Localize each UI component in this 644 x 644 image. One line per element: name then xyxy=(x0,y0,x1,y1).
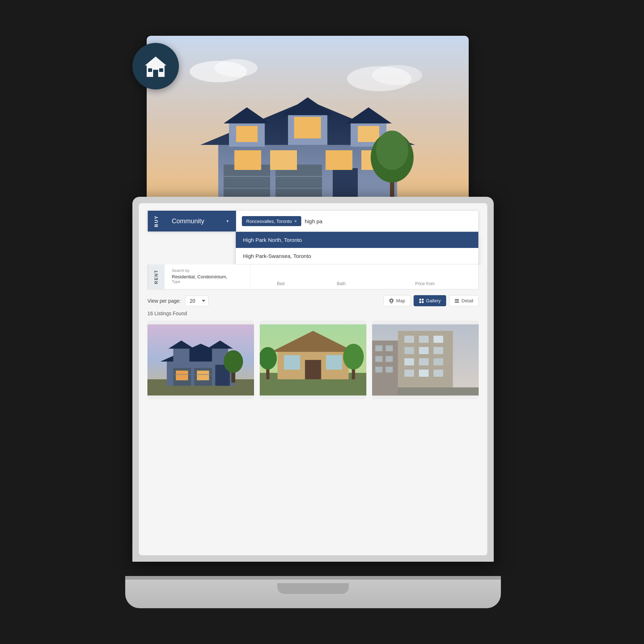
home-badge[interactable] xyxy=(132,43,179,89)
view-controls: View per page: 20 10 50 100 xyxy=(147,289,479,311)
buy-tab[interactable]: BUY xyxy=(148,211,165,231)
svg-rect-1 xyxy=(148,68,152,72)
svg-point-7 xyxy=(372,65,422,85)
svg-rect-71 xyxy=(434,347,443,354)
svg-point-63 xyxy=(343,344,364,370)
search-suggestions-dropdown: High Park North, Toronto High Park-Swans… xyxy=(235,232,479,264)
view-per-page-label: View per page: xyxy=(147,298,181,304)
main-scene: BUY Community ▾ Roncesvalles, Toronto × xyxy=(125,36,519,608)
price-col: Price from xyxy=(372,264,479,289)
svg-rect-81 xyxy=(386,345,393,351)
svg-rect-85 xyxy=(386,367,393,372)
bath-col: Bath xyxy=(311,264,371,289)
laptop-base xyxy=(125,580,501,608)
svg-rect-47 xyxy=(197,371,209,380)
svg-rect-2 xyxy=(159,68,163,72)
active-filter-tag[interactable]: Roncesvalles, Toronto × xyxy=(242,216,301,226)
svg-rect-67 xyxy=(419,336,429,343)
svg-point-5 xyxy=(215,59,258,77)
property-card-1[interactable] xyxy=(147,321,254,399)
screen-content: BUY Community ▾ Roncesvalles, Toronto × xyxy=(139,203,487,555)
detail-icon xyxy=(454,298,459,303)
laptop-bezel: BUY Community ▾ Roncesvalles, Toronto × xyxy=(132,197,494,562)
bed-col: Bed xyxy=(250,264,311,289)
gallery-icon xyxy=(419,298,424,303)
gallery-view-button[interactable]: Gallery xyxy=(414,295,446,306)
property-card-2[interactable] xyxy=(260,321,366,399)
view-mode-buttons: Map Gallery xyxy=(384,295,479,306)
svg-rect-75 xyxy=(404,370,414,377)
svg-rect-73 xyxy=(419,358,429,365)
svg-rect-72 xyxy=(404,358,414,365)
svg-rect-37 xyxy=(455,302,459,303)
svg-rect-33 xyxy=(419,301,421,303)
type-filter[interactable]: Search by Residential, Condominium, Type xyxy=(165,264,250,289)
property-image-2 xyxy=(260,321,366,399)
type-filter-value: Residential, Condominium, xyxy=(172,274,243,279)
svg-rect-36 xyxy=(455,301,459,301)
svg-rect-34 xyxy=(422,301,424,303)
svg-rect-80 xyxy=(375,345,382,351)
svg-rect-84 xyxy=(375,367,382,372)
svg-rect-69 xyxy=(404,347,414,354)
gallery-label: Gallery xyxy=(426,298,441,303)
svg-rect-82 xyxy=(375,356,382,362)
svg-rect-70 xyxy=(419,347,429,354)
view-per-page-group: View per page: 20 10 50 100 xyxy=(147,296,209,306)
property-image-3 xyxy=(372,321,479,399)
map-label: Map xyxy=(396,298,405,303)
per-page-select[interactable]: 20 10 50 100 xyxy=(185,296,209,306)
svg-rect-32 xyxy=(422,299,424,301)
type-label: Type xyxy=(172,279,243,284)
svg-point-29 xyxy=(376,131,408,170)
svg-rect-77 xyxy=(434,370,443,377)
svg-rect-26 xyxy=(294,117,321,138)
svg-rect-22 xyxy=(326,150,352,170)
svg-rect-24 xyxy=(236,126,258,142)
property-image-1 xyxy=(147,321,254,399)
community-label: Community xyxy=(172,218,204,225)
svg-rect-83 xyxy=(386,356,393,362)
tag-label: Roncesvalles, Toronto xyxy=(246,219,292,224)
listings-count: 16 Listings Found xyxy=(147,311,479,316)
search-bar: BUY Community ▾ Roncesvalles, Toronto × xyxy=(147,210,479,232)
map-icon xyxy=(389,298,394,303)
svg-point-51 xyxy=(224,350,243,373)
price-from-label: Price from xyxy=(379,281,472,286)
property-grid xyxy=(147,321,479,399)
rent-tab[interactable]: RENT xyxy=(148,264,165,289)
svg-rect-0 xyxy=(153,70,158,77)
suggestion-item-1[interactable]: High Park North, Toronto xyxy=(236,232,478,248)
svg-rect-58 xyxy=(326,355,342,370)
community-dropdown[interactable]: Community ▾ xyxy=(165,211,236,231)
svg-rect-68 xyxy=(434,336,443,343)
bed-label: Bed xyxy=(258,281,304,286)
filter-row: RENT Search by Residential, Condominium,… xyxy=(147,264,479,289)
detail-label: Detail xyxy=(462,298,473,303)
detail-view-button[interactable]: Detail xyxy=(449,295,479,306)
svg-rect-35 xyxy=(455,299,459,300)
search-input[interactable] xyxy=(305,218,473,224)
laptop-screen: BUY Community ▾ Roncesvalles, Toronto × xyxy=(139,203,487,555)
laptop-notch xyxy=(277,583,349,594)
tag-close-button[interactable]: × xyxy=(294,218,297,224)
laptop: BUY Community ▾ Roncesvalles, Toronto × xyxy=(125,197,501,608)
property-card-3[interactable] xyxy=(372,321,479,399)
search-by-label: Search by xyxy=(172,268,243,273)
map-view-button[interactable]: Map xyxy=(384,295,410,306)
svg-rect-21 xyxy=(270,150,297,170)
search-input-area: Roncesvalles, Toronto × xyxy=(236,211,478,231)
svg-rect-46 xyxy=(176,371,188,380)
svg-rect-59 xyxy=(305,360,321,379)
svg-rect-76 xyxy=(419,370,429,377)
svg-rect-66 xyxy=(404,336,414,343)
svg-rect-25 xyxy=(358,126,379,142)
svg-rect-57 xyxy=(284,355,300,370)
svg-rect-41 xyxy=(173,347,189,363)
community-dropdown-arrow: ▾ xyxy=(226,219,229,224)
svg-rect-74 xyxy=(434,358,443,365)
svg-point-30 xyxy=(390,299,392,302)
bath-label: Bath xyxy=(318,281,364,286)
suggestion-item-2[interactable]: High Park-Swansea, Toronto xyxy=(236,248,478,264)
svg-rect-31 xyxy=(419,299,421,301)
